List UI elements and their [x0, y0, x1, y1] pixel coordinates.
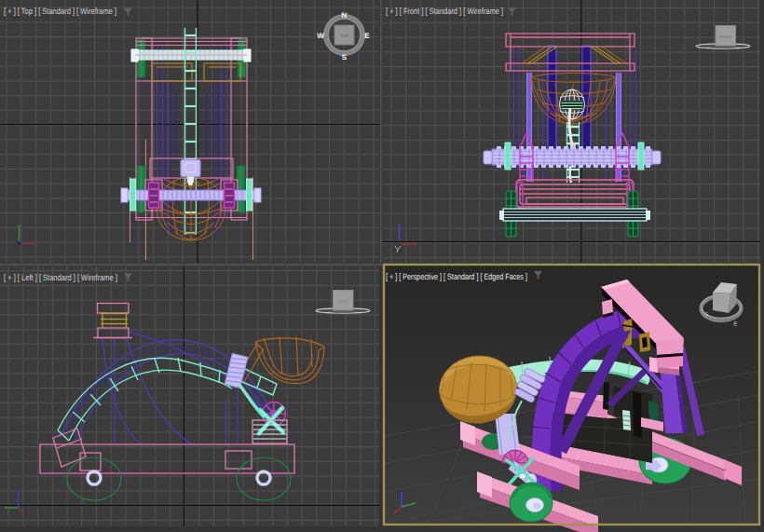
svg-text:LEFT: LEFT [338, 299, 348, 304]
svg-text:[ + ] [ Perspective ] [ Standa: [ + ] [ Perspective ] [ Standard ] [ Edg… [386, 272, 527, 281]
svg-text:N: N [342, 11, 348, 20]
svg-text:FRONT: FRONT [718, 34, 732, 39]
svg-text:[ + ] [ Left ] [ Standard ] [: [ + ] [ Left ] [ Standard ] [ Wireframe … [4, 273, 117, 282]
svg-text:TOP: TOP [340, 34, 348, 38]
svg-text:E: E [364, 32, 370, 40]
svg-text:[ + ] [ Top ] [ Standard ] [ W: [ + ] [ Top ] [ Standard ] [ Wireframe ] [4, 7, 116, 16]
svg-text:[ + ] [ Front ] [ Standard ] [: [ + ] [ Front ] [ Standard ] [ Wireframe… [386, 7, 503, 16]
svg-text:S: S [342, 53, 348, 61]
svg-text:W: W [317, 32, 324, 40]
